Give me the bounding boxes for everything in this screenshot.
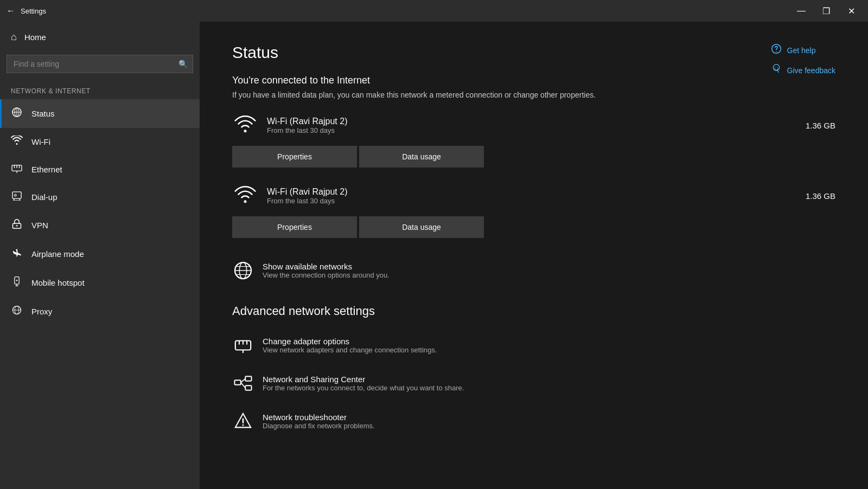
sharing-icon — [232, 372, 254, 394]
sidebar-item-hotspot[interactable]: Mobile hotspot — [0, 268, 200, 297]
title-bar-left: ← Settings — [7, 6, 46, 16]
sidebar-item-wifi[interactable]: Wi-Fi — [0, 128, 200, 156]
svg-line-40 — [241, 379, 246, 383]
wifi-icon-2 — [232, 183, 258, 209]
sidebar: ⌂ Home 🔍 Network & Internet Status — [0, 22, 200, 489]
ethernet-label: Ethernet — [31, 165, 62, 174]
proxy-icon — [11, 305, 23, 318]
help-panel: Get help Give feedback — [771, 43, 836, 77]
adapter-text: Change adapter options View network adap… — [263, 337, 437, 354]
advanced-title: Advanced network settings — [232, 304, 835, 318]
minimize-button[interactable]: — — [789, 0, 814, 22]
show-available-networks[interactable]: Show available networks View the connect… — [232, 253, 835, 288]
troubleshooter-text: Network troubleshooter Diagnose and fix … — [263, 413, 375, 430]
sidebar-item-proxy[interactable]: Proxy — [0, 297, 200, 326]
hotspot-icon — [11, 276, 23, 289]
troubleshooter-icon — [232, 410, 254, 432]
back-icon[interactable]: ← — [7, 6, 15, 16]
network-info-row-1: Wi-Fi (Ravi Rajput 2) From the last 30 d… — [232, 112, 835, 138]
sharing-sub: For the networks you connect to, decide … — [263, 384, 464, 392]
svg-point-26 — [777, 67, 778, 68]
give-feedback-link[interactable]: Give feedback — [771, 63, 836, 77]
sidebar-search-container: 🔍 — [7, 55, 193, 73]
sharing-label: Network and Sharing Center — [263, 375, 464, 384]
sidebar-item-status[interactable]: Status — [0, 99, 200, 128]
troubleshooter-sub: Diagnose and fix network problems. — [263, 422, 375, 430]
svg-point-24 — [776, 51, 777, 52]
adapter-label: Change adapter options — [263, 337, 437, 346]
network-name-1: Wi-Fi (Ravi Rajput 2) — [267, 117, 797, 126]
get-help-link[interactable]: Get help — [771, 43, 836, 57]
globe-icon — [232, 260, 254, 281]
hotspot-label: Mobile hotspot — [31, 278, 85, 287]
troubleshooter-label: Network troubleshooter — [263, 413, 375, 422]
network-data-1: 1.36 GB — [806, 121, 835, 130]
network-card-2: Wi-Fi (Ravi Rajput 2) From the last 30 d… — [232, 183, 835, 238]
maximize-button[interactable]: ❐ — [814, 0, 839, 22]
get-help-label: Get help — [787, 46, 816, 55]
adapter-sub: View network adapters and change connect… — [263, 346, 437, 354]
svg-rect-37 — [234, 380, 240, 385]
proxy-label: Proxy — [31, 307, 52, 316]
network-data-2: 1.36 GB — [806, 191, 835, 201]
home-icon: ⌂ — [11, 31, 17, 43]
connection-subtext: If you have a limited data plan, you can… — [232, 91, 612, 99]
sidebar-item-vpn[interactable]: VPN — [0, 211, 200, 240]
network-details-2: Wi-Fi (Ravi Rajput 2) From the last 30 d… — [267, 187, 797, 205]
troubleshooter-item[interactable]: Network troubleshooter Diagnose and fix … — [232, 405, 835, 437]
status-icon — [11, 107, 23, 120]
wifi-nav-icon — [11, 136, 23, 148]
wifi-icon-1 — [232, 112, 258, 138]
svg-point-43 — [242, 424, 244, 426]
sidebar-item-ethernet[interactable]: Ethernet — [0, 156, 200, 183]
network-details-1: Wi-Fi (Ravi Rajput 2) From the last 30 d… — [267, 117, 797, 134]
vpn-icon — [11, 218, 23, 232]
title-bar: ← Settings — ❐ ✕ — [0, 0, 868, 22]
sharing-center-item[interactable]: Network and Sharing Center For the netwo… — [232, 367, 835, 400]
dialup-icon — [11, 191, 23, 203]
properties-button-1[interactable]: Properties — [232, 146, 357, 168]
svg-rect-9 — [12, 192, 21, 199]
vpn-label: VPN — [31, 221, 48, 230]
search-icon: 🔍 — [178, 60, 188, 68]
airplane-icon — [11, 247, 23, 261]
network-card-1: Wi-Fi (Ravi Rajput 2) From the last 30 d… — [232, 112, 835, 168]
ethernet-icon — [11, 163, 23, 176]
sidebar-item-dialup[interactable]: Dial-up — [0, 183, 200, 211]
sharing-text: Network and Sharing Center For the netwo… — [263, 375, 464, 392]
page-title: Status — [232, 43, 835, 62]
svg-line-41 — [241, 383, 246, 388]
home-label: Home — [24, 33, 46, 42]
data-usage-button-1[interactable]: Data usage — [359, 146, 484, 168]
svg-point-15 — [16, 225, 18, 227]
wifi-nav-label: Wi-Fi — [31, 137, 50, 146]
title-bar-controls: — ❐ ✕ — [789, 0, 864, 22]
network-days-2: From the last 30 days — [267, 197, 797, 205]
svg-point-25 — [774, 67, 775, 68]
content-area: Get help Give feedback Status You're con… — [200, 22, 868, 489]
network-days-1: From the last 30 days — [267, 126, 797, 134]
connection-heading: You're connected to the Internet — [232, 75, 835, 86]
app-body: ⌂ Home 🔍 Network & Internet Status — [0, 22, 868, 489]
properties-button-2[interactable]: Properties — [232, 216, 357, 238]
data-usage-button-2[interactable]: Data usage — [359, 216, 484, 238]
svg-point-13 — [15, 194, 17, 196]
svg-point-19 — [16, 280, 18, 281]
network-name-2: Wi-Fi (Ravi Rajput 2) — [267, 187, 797, 197]
show-networks-label: Show available networks — [263, 262, 390, 271]
title-bar-title: Settings — [21, 7, 46, 15]
give-feedback-label: Give feedback — [787, 66, 836, 75]
sidebar-section-title: Network & Internet — [0, 82, 200, 99]
sidebar-item-home[interactable]: ⌂ Home — [0, 22, 200, 53]
close-button[interactable]: ✕ — [839, 0, 864, 22]
sidebar-item-airplane[interactable]: Airplane mode — [0, 240, 200, 268]
get-help-icon — [771, 43, 782, 57]
adapter-icon — [232, 334, 254, 356]
network-buttons-2: Properties Data usage — [232, 216, 835, 238]
change-adapter-item[interactable]: Change adapter options View network adap… — [232, 329, 835, 362]
svg-rect-39 — [245, 385, 251, 390]
network-info-row-2: Wi-Fi (Ravi Rajput 2) From the last 30 d… — [232, 183, 835, 209]
svg-rect-38 — [245, 376, 251, 381]
show-networks-sub: View the connection options around you. — [263, 271, 390, 279]
search-input[interactable] — [7, 55, 193, 73]
